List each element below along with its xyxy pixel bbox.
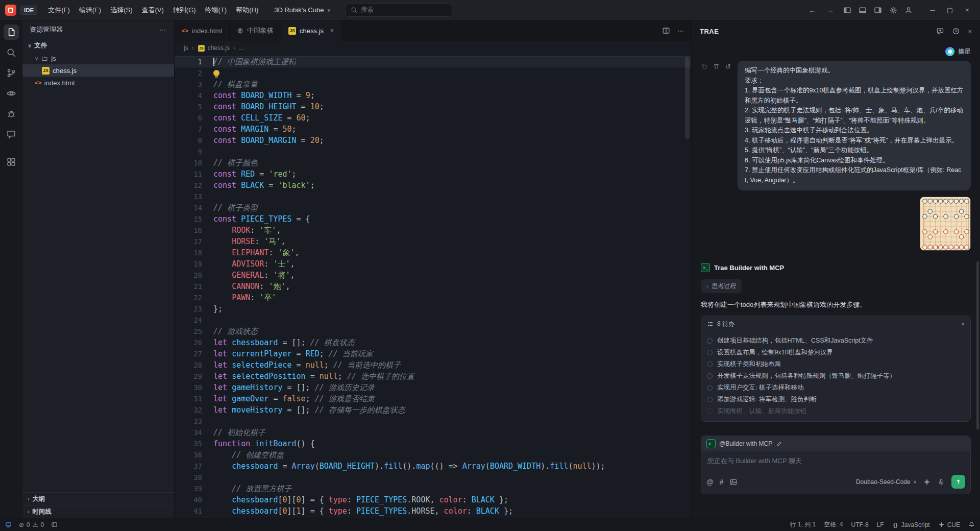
chessboard-preview-image[interactable] xyxy=(920,197,971,251)
menu-item[interactable]: 转到(G) xyxy=(168,3,201,17)
code-line[interactable]: 11const RED = 'red'; xyxy=(175,168,691,180)
todo-checkbox-icon[interactable] xyxy=(707,408,713,414)
maximize-button[interactable]: ▢ xyxy=(942,3,958,17)
editor-more-actions-icon[interactable]: ⋯ xyxy=(677,27,684,35)
mention-icon[interactable]: @ xyxy=(706,478,714,486)
code-editor[interactable]: 1// 中国象棋游戏主逻辑23// 棋盘常量4const BOARD_WIDTH… xyxy=(175,55,691,518)
activity-extensions[interactable] xyxy=(4,154,19,170)
toggle-panel-icon[interactable] xyxy=(859,6,867,14)
code-line[interactable]: 14// 棋子类型 xyxy=(175,202,691,213)
problems-indicator[interactable]: ⊘0 ⚠0 xyxy=(19,521,44,528)
code-line[interactable]: 2 xyxy=(175,67,691,79)
code-line[interactable]: 5const BOARD_HEIGHT = 10; xyxy=(175,101,691,112)
code-line[interactable]: 21 CANNON: '炮', xyxy=(175,281,691,292)
code-line[interactable]: 20 GENERAL: '将', xyxy=(175,270,691,281)
timeline-section[interactable]: › 时间线 xyxy=(22,505,174,518)
activity-preview[interactable] xyxy=(4,86,19,101)
toggle-right-panel-icon[interactable] xyxy=(874,6,882,14)
status-item-CUE[interactable]: CUE xyxy=(938,521,960,528)
code-line[interactable]: 22 PAWN: '卒' xyxy=(175,292,691,303)
breadcrumb-item[interactable]: JSchess.js xyxy=(198,44,230,52)
new-chat-icon[interactable] xyxy=(936,27,944,35)
tree-item-index.html[interactable]: <>index.html xyxy=(22,77,174,89)
tab-chess.js[interactable]: JSchess.js× xyxy=(281,20,341,41)
code-line[interactable]: 28let selectedPiece = null; // 当前选中的棋子 xyxy=(175,359,691,371)
code-line[interactable]: 33 xyxy=(175,416,691,427)
files-section-header[interactable]: ∨ 文件 xyxy=(22,39,174,52)
tab-index.html[interactable]: <>index.html xyxy=(175,20,230,41)
code-line[interactable]: 13 xyxy=(175,191,691,202)
code-line[interactable]: 35function initBoard() { xyxy=(175,438,691,449)
code-line[interactable]: 17 HORSE: '马', xyxy=(175,236,691,247)
todo-item[interactable]: 实现棋子类和初始布局 xyxy=(707,358,965,370)
code-line[interactable]: 34// 初始化棋子 xyxy=(175,427,691,438)
chat-input[interactable]: 您正在与 Builder with MCP 聊天 xyxy=(701,451,970,472)
thinking-process-toggle[interactable]: › 思考过程 xyxy=(701,279,742,293)
todo-checkbox-icon[interactable] xyxy=(707,385,713,391)
split-editor-icon[interactable] xyxy=(662,27,670,35)
model-selector[interactable]: Doubao-Seed-Code ∨ xyxy=(856,478,917,486)
close-tab-icon[interactable]: × xyxy=(330,27,334,34)
menu-item[interactable]: 选择(S) xyxy=(106,3,137,17)
todo-checkbox-icon[interactable] xyxy=(707,397,713,402)
remote-icon[interactable] xyxy=(5,521,12,528)
code-line[interactable]: 3// 棋盘常量 xyxy=(175,79,691,90)
menu-item[interactable]: 终端(T) xyxy=(201,3,232,17)
todo-checkbox-icon[interactable] xyxy=(707,361,713,367)
todo-item[interactable]: 实现悔棋、认输、新局功能按钮 xyxy=(707,405,965,417)
panel-scrollbar[interactable] xyxy=(976,261,979,429)
todo-checkbox-icon[interactable] xyxy=(707,373,713,379)
code-line[interactable]: 4const BOARD_WIDTH = 9; xyxy=(175,90,691,101)
code-line[interactable]: 24 xyxy=(175,315,691,326)
code-line[interactable]: 10// 棋子颜色 xyxy=(175,157,691,168)
status-item[interactable] xyxy=(968,521,975,528)
code-line[interactable]: 6const CELL_SIZE = 60; xyxy=(175,112,691,124)
todo-item[interactable]: 添加游戏逻辑: 将军检测、胜负判断 xyxy=(707,394,965,405)
menu-item[interactable]: 编辑(E) xyxy=(75,3,106,17)
code-line[interactable]: 32let moveHistory = []; // 存储每一步的棋盘状态 xyxy=(175,404,691,416)
code-line[interactable]: 31let gameOver = false; // 游戏是否结束 xyxy=(175,393,691,404)
todo-checkbox-icon[interactable] xyxy=(707,338,713,344)
close-window-button[interactable]: × xyxy=(960,3,975,17)
code-line[interactable]: 29let selectedPosition = null; // 选中棋子的位… xyxy=(175,371,691,382)
toggle-sidebar-icon[interactable] xyxy=(843,6,851,14)
menu-item[interactable]: 查看(V) xyxy=(137,3,168,17)
code-line[interactable]: 12const BLACK = 'black'; xyxy=(175,180,691,191)
code-line[interactable]: 25// 游戏状态 xyxy=(175,326,691,337)
code-line[interactable]: 9 xyxy=(175,146,691,157)
code-line[interactable]: 19 ADVISOR: '士', xyxy=(175,258,691,270)
code-line[interactable]: 15const PIECE_TYPES = { xyxy=(175,213,691,225)
tab-中国象棋[interactable]: 中国象棋 xyxy=(230,20,281,41)
delete-message-icon[interactable] xyxy=(713,63,720,69)
code-line[interactable]: 36 // 创建空棋盘 xyxy=(175,449,691,461)
more-actions-icon[interactable]: ⋯ xyxy=(159,26,167,34)
edit-icon[interactable] xyxy=(776,441,782,447)
close-todo-icon[interactable]: × xyxy=(961,321,965,328)
code-line[interactable]: 1// 中国象棋游戏主逻辑 xyxy=(175,56,691,67)
editor-layout-icon[interactable] xyxy=(51,521,58,528)
todo-item[interactable]: 开发棋子走法规则，包括各种特殊规则（蹩马腿、炮打隔子等） xyxy=(707,370,965,382)
menu-item[interactable]: 帮助(H) xyxy=(231,3,263,17)
chat-history-icon[interactable] xyxy=(952,27,960,35)
image-attach-icon[interactable] xyxy=(729,478,738,486)
status-item-行 1, 列 1[interactable]: 行 1, 列 1 xyxy=(790,520,816,529)
close-panel-icon[interactable]: × xyxy=(968,28,972,35)
code-line[interactable]: 23}; xyxy=(175,303,691,315)
settings-gear-icon[interactable] xyxy=(889,6,897,14)
todo-item[interactable]: 设置棋盘布局，绘制9x10棋盘和楚河汉界 xyxy=(707,347,965,358)
activity-source-control[interactable] xyxy=(4,65,19,81)
activity-chat[interactable] xyxy=(4,127,19,142)
code-line[interactable]: 26let chessboard = []; // 棋盘状态 xyxy=(175,337,691,348)
chat-scroll-area[interactable]: 摘星 ↺ 编写一个经典的中国象棋游戏。要求：1. 界面包含一个标准的9x10棋盘… xyxy=(692,42,980,429)
minimize-button[interactable]: ─ xyxy=(925,3,940,17)
code-line[interactable]: 38 xyxy=(175,472,691,483)
activity-explorer[interactable] xyxy=(4,25,19,40)
context-tag-row[interactable]: >_ @Builder with MCP xyxy=(701,436,970,451)
copy-message-icon[interactable] xyxy=(701,63,707,69)
mic-icon[interactable] xyxy=(937,478,945,486)
app-logo[interactable] xyxy=(5,5,16,16)
code-line[interactable]: 18 ELEPHANT: '象', xyxy=(175,247,691,258)
global-search-input[interactable]: 搜索 xyxy=(345,4,452,17)
todo-checkbox-icon[interactable] xyxy=(707,350,713,355)
editor-scrollbar[interactable] xyxy=(685,57,690,139)
